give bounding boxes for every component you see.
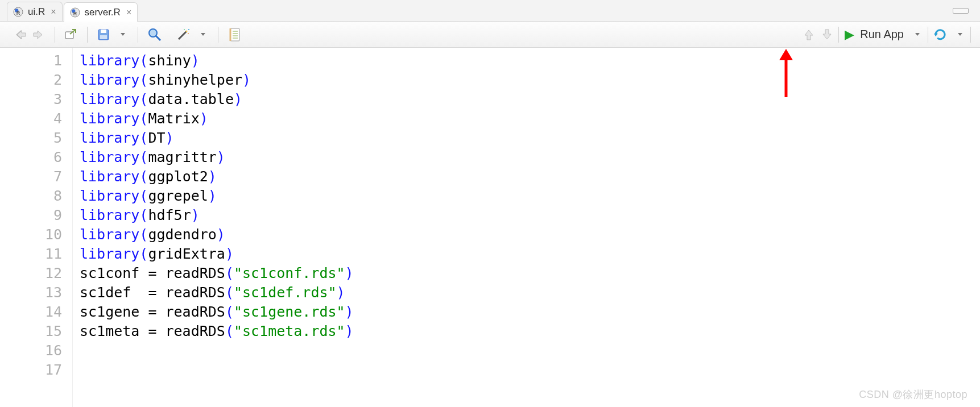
svg-marker-27 bbox=[934, 34, 938, 36]
line-number: 15 bbox=[0, 322, 62, 341]
chevron-down-icon bbox=[958, 33, 962, 36]
arrow-right-icon bbox=[32, 29, 45, 40]
arrow-left-icon bbox=[14, 29, 27, 40]
tab-label: server.R bbox=[85, 7, 121, 18]
code-line[interactable]: library(gridExtra) bbox=[80, 244, 354, 264]
r-file-icon: R bbox=[13, 7, 23, 17]
code-line[interactable]: sc1conf = readRDS("sc1conf.rds") bbox=[80, 264, 354, 283]
line-number: 16 bbox=[0, 341, 62, 360]
chevron-down-icon bbox=[201, 33, 205, 36]
go-to-next-section-button[interactable] bbox=[818, 26, 836, 44]
line-number: 2 bbox=[0, 70, 62, 90]
code-line[interactable]: sc1gene = readRDS("sc1gene.rds") bbox=[80, 302, 354, 322]
code-line[interactable] bbox=[80, 341, 354, 360]
code-tools-dropdown[interactable] bbox=[193, 26, 211, 44]
svg-rect-19 bbox=[230, 28, 239, 41]
code-tools-button[interactable] bbox=[173, 26, 193, 44]
svg-point-18 bbox=[188, 29, 189, 30]
code-line[interactable]: sc1def = readRDS("sc1def.rds") bbox=[80, 283, 354, 302]
svg-point-15 bbox=[186, 30, 188, 32]
show-in-new-window-button[interactable] bbox=[62, 26, 80, 44]
reload-icon bbox=[933, 28, 948, 41]
code-line[interactable]: sc1meta = readRDS("sc1meta.rds") bbox=[80, 322, 354, 341]
code-line[interactable]: library(data.table) bbox=[80, 90, 354, 109]
close-icon[interactable]: × bbox=[51, 7, 56, 17]
r-file-icon: R bbox=[70, 7, 80, 18]
go-to-prev-section-button[interactable] bbox=[800, 26, 818, 44]
tab-label: ui.R bbox=[28, 6, 45, 18]
save-button[interactable] bbox=[94, 26, 113, 44]
line-number: 13 bbox=[0, 283, 62, 302]
chevron-down-icon bbox=[121, 33, 125, 36]
tab-ui-r[interactable]: R ui.R × bbox=[7, 2, 63, 21]
svg-text:R: R bbox=[73, 11, 77, 16]
svg-rect-10 bbox=[101, 30, 106, 33]
back-button[interactable] bbox=[11, 26, 30, 44]
tab-bar: R ui.R × R server.R × bbox=[0, 0, 980, 22]
line-number: 8 bbox=[0, 186, 62, 206]
code-area[interactable]: library(shiny)library(shinyhelper)librar… bbox=[73, 48, 354, 407]
code-line[interactable]: library(ggplot2) bbox=[80, 167, 354, 186]
svg-marker-6 bbox=[17, 31, 26, 39]
code-line[interactable]: library(magrittr) bbox=[80, 148, 354, 167]
code-line[interactable]: library(hdf5r) bbox=[80, 206, 354, 225]
svg-point-17 bbox=[184, 29, 185, 30]
svg-rect-11 bbox=[100, 35, 107, 39]
find-replace-button[interactable] bbox=[145, 26, 164, 44]
watermark-text: CSDN @徐洲更hoptop bbox=[859, 388, 967, 401]
arrow-up-icon bbox=[803, 28, 814, 41]
line-number: 17 bbox=[0, 360, 62, 380]
arrow-down-icon bbox=[821, 28, 833, 41]
run-app-button[interactable]: ▶ Run App bbox=[841, 25, 907, 44]
svg-line-13 bbox=[156, 36, 160, 40]
notebook-icon bbox=[228, 27, 241, 42]
save-icon bbox=[97, 28, 110, 41]
line-number: 5 bbox=[0, 128, 62, 148]
code-line[interactable]: library(ggrepel) bbox=[80, 186, 354, 206]
line-number: 10 bbox=[0, 225, 62, 244]
svg-text:R: R bbox=[16, 10, 20, 16]
popout-icon bbox=[64, 28, 78, 41]
line-number: 14 bbox=[0, 302, 62, 322]
tab-server-r[interactable]: R server.R × bbox=[64, 2, 138, 22]
code-line[interactable]: library(DT) bbox=[80, 128, 354, 148]
svg-line-14 bbox=[179, 31, 187, 39]
code-line[interactable]: library(shiny) bbox=[80, 51, 354, 70]
line-number-gutter: 1234567891011121314151617 bbox=[0, 48, 73, 407]
code-editor[interactable]: 1234567891011121314151617 library(shiny)… bbox=[0, 48, 980, 407]
reload-app-dropdown[interactable] bbox=[950, 26, 968, 44]
play-icon: ▶ bbox=[845, 27, 854, 42]
line-number: 7 bbox=[0, 167, 62, 186]
code-line[interactable]: library(ggdendro) bbox=[80, 225, 354, 244]
run-app-dropdown[interactable] bbox=[907, 26, 925, 44]
editor-toolbar: ▶ Run App bbox=[0, 22, 980, 48]
reload-app-button[interactable] bbox=[931, 26, 950, 44]
svg-marker-7 bbox=[34, 31, 42, 39]
svg-marker-25 bbox=[805, 30, 813, 40]
line-number: 6 bbox=[0, 148, 62, 167]
line-number: 4 bbox=[0, 109, 62, 128]
line-number: 11 bbox=[0, 244, 62, 264]
minimize-pane-icon[interactable] bbox=[953, 8, 969, 14]
forward-button[interactable] bbox=[30, 26, 48, 44]
line-number: 9 bbox=[0, 206, 62, 225]
code-line[interactable] bbox=[80, 360, 354, 380]
magic-wand-icon bbox=[176, 27, 191, 42]
run-app-label: Run App bbox=[860, 28, 904, 41]
code-line[interactable]: library(Matrix) bbox=[80, 109, 354, 128]
code-line[interactable]: library(shinyhelper) bbox=[80, 70, 354, 90]
save-dropdown[interactable] bbox=[113, 26, 131, 44]
line-number: 3 bbox=[0, 90, 62, 109]
svg-point-12 bbox=[149, 29, 157, 37]
chevron-down-icon bbox=[915, 33, 920, 36]
line-number: 12 bbox=[0, 264, 62, 283]
svg-marker-26 bbox=[823, 30, 831, 39]
compile-report-button[interactable] bbox=[225, 26, 243, 44]
close-icon[interactable]: × bbox=[126, 7, 131, 18]
svg-point-16 bbox=[188, 33, 189, 34]
search-icon bbox=[147, 27, 162, 42]
line-number: 1 bbox=[0, 51, 62, 70]
